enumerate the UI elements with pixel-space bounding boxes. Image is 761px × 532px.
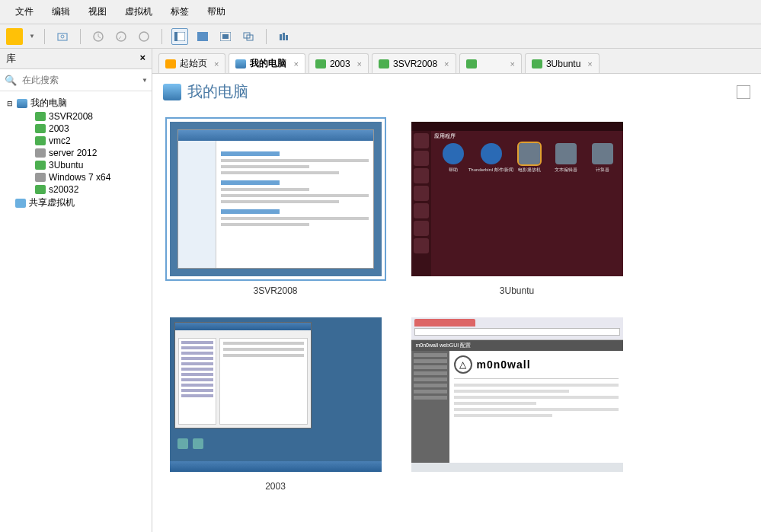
svg-point-1 bbox=[61, 35, 64, 38]
tree-label: server 2012 bbox=[49, 148, 97, 158]
vm-thumbnail: m0n0wall webGUI 配置 △ m0n0wall bbox=[407, 313, 628, 476]
svg-rect-6 bbox=[174, 32, 177, 41]
svg-rect-13 bbox=[283, 33, 285, 40]
tree-label: s20032 bbox=[49, 184, 78, 195]
vm-icon bbox=[35, 136, 46, 145]
svg-rect-12 bbox=[280, 34, 282, 40]
close-icon[interactable]: × bbox=[444, 59, 449, 68]
apps-label: 应用程序 bbox=[434, 132, 456, 140]
share-icon bbox=[15, 199, 26, 208]
tab-home[interactable]: 起始页 × bbox=[158, 53, 225, 73]
fullscreen-button[interactable] bbox=[217, 28, 234, 45]
close-icon[interactable]: × bbox=[293, 59, 298, 68]
reset-button[interactable] bbox=[113, 28, 129, 45]
vm-label: 2003 bbox=[265, 481, 286, 492]
separator bbox=[80, 29, 81, 44]
tree-root-mypc[interactable]: ⊟ 我的电脑 bbox=[6, 96, 145, 110]
tree-vm-2003[interactable]: 2003 bbox=[35, 123, 145, 135]
vm-icon bbox=[35, 185, 46, 194]
unity-button[interactable] bbox=[240, 28, 257, 45]
app-label: 帮助 bbox=[449, 167, 458, 174]
tree-shared-vms[interactable]: 共享虚拟机 bbox=[6, 196, 145, 210]
computer-icon bbox=[17, 99, 27, 108]
vm-icon bbox=[35, 148, 46, 158]
tree-label: 2003 bbox=[49, 123, 69, 134]
svg-rect-0 bbox=[58, 33, 67, 40]
tree-vm-vmc2[interactable]: vmc2 bbox=[35, 135, 145, 147]
view-sidebar-button[interactable] bbox=[171, 28, 188, 45]
library-button[interactable] bbox=[276, 28, 293, 45]
app-label: 计算器 bbox=[596, 167, 609, 174]
separator bbox=[266, 29, 267, 44]
power-button[interactable] bbox=[6, 28, 23, 45]
shutdown-button[interactable] bbox=[136, 28, 152, 45]
tab-label: 3SVR2008 bbox=[393, 59, 437, 69]
power-dropdown[interactable]: ▼ bbox=[29, 33, 35, 40]
content-area: 起始页 × 我的电脑 × 2003 × 3SVR2008 × × bbox=[152, 49, 761, 532]
tree-vm-3svr2008[interactable]: 3SVR2008 bbox=[35, 110, 145, 123]
tab-label: 2003 bbox=[330, 59, 350, 69]
vm-card-monowall[interactable]: m0n0wall webGUI 配置 △ m0n0wall bbox=[404, 313, 629, 492]
search-dropdown[interactable]: ▼ bbox=[142, 77, 148, 84]
svg-rect-14 bbox=[286, 35, 288, 40]
tree-vm-s20032[interactable]: s20032 bbox=[35, 183, 145, 196]
menu-vm[interactable]: 虚拟机 bbox=[116, 3, 161, 21]
computer-icon bbox=[235, 59, 246, 68]
close-icon[interactable]: × bbox=[214, 59, 219, 68]
view-console-button[interactable] bbox=[194, 28, 211, 45]
tree-vm-3ubuntu[interactable]: 3Ubuntu bbox=[35, 159, 145, 171]
vm-icon bbox=[35, 124, 46, 133]
menu-tabs[interactable]: 标签 bbox=[161, 3, 198, 21]
separator bbox=[161, 29, 162, 44]
suspend-button[interactable] bbox=[90, 28, 107, 45]
separator bbox=[44, 29, 45, 44]
tab-mypc[interactable]: 我的电脑 × bbox=[229, 53, 305, 73]
vm-card-3ubuntu[interactable]: 应用程序 帮助 Thunderbird 邮件/新闻 电影播放机 文本编辑器 计算… bbox=[404, 117, 629, 296]
tab-3svr2008[interactable]: 3SVR2008 × bbox=[372, 53, 456, 73]
tab-label: 3Ubuntu bbox=[546, 59, 580, 69]
app-label: 文本编辑器 bbox=[555, 167, 577, 174]
tab-label: 我的电脑 bbox=[250, 58, 286, 68]
tree-label: 共享虚拟机 bbox=[29, 196, 75, 209]
app-label: Thunderbird 邮件/新闻 bbox=[468, 167, 514, 174]
vm-icon bbox=[35, 173, 46, 182]
tab-blank[interactable]: × bbox=[459, 53, 522, 73]
vm-icon bbox=[532, 59, 542, 68]
close-icon[interactable]: × bbox=[510, 59, 515, 68]
search-icon: 🔍 bbox=[5, 75, 17, 86]
vm-card-3svr2008[interactable]: 3SVR2008 bbox=[163, 117, 388, 296]
tree-vm-win7x64[interactable]: Windows 7 x64 bbox=[35, 171, 145, 183]
vm-icon bbox=[35, 112, 46, 121]
vm-thumbnail bbox=[165, 313, 386, 476]
view-options-button[interactable] bbox=[737, 85, 750, 99]
vm-label: 3SVR2008 bbox=[253, 285, 297, 296]
menu-file[interactable]: 文件 bbox=[6, 3, 43, 21]
sidebar-close[interactable]: × bbox=[139, 52, 145, 65]
page-title: 我的电脑 bbox=[187, 81, 248, 102]
tree-vm-server2012[interactable]: server 2012 bbox=[35, 147, 145, 159]
tree-label: vmc2 bbox=[49, 135, 71, 146]
close-icon[interactable]: × bbox=[357, 59, 362, 68]
vm-label: 3Ubuntu bbox=[500, 285, 534, 296]
vm-icon bbox=[35, 161, 46, 170]
tab-3ubuntu[interactable]: 3Ubuntu × bbox=[525, 53, 600, 73]
tab-2003[interactable]: 2003 × bbox=[309, 53, 369, 73]
snapshot-button[interactable] bbox=[54, 28, 71, 45]
menu-view[interactable]: 视图 bbox=[79, 3, 116, 21]
vm-icon bbox=[315, 59, 326, 68]
close-icon[interactable]: × bbox=[587, 59, 592, 68]
menu-help[interactable]: 帮助 bbox=[198, 3, 235, 21]
vm-thumbnail bbox=[165, 117, 386, 281]
search-input[interactable] bbox=[20, 72, 139, 88]
svg-rect-9 bbox=[222, 34, 229, 39]
expand-icon[interactable]: ⊟ bbox=[6, 100, 14, 107]
sidebar-header: 库 × bbox=[0, 49, 152, 69]
vm-card-2003[interactable]: 2003 bbox=[163, 313, 388, 492]
library-tree: ⊟ 我的电脑 3SVR2008 2003 vmc2 server 2012 3U… bbox=[0, 91, 152, 532]
svg-rect-7 bbox=[197, 32, 208, 41]
mono-header: m0n0wall webGUI 配置 bbox=[411, 340, 623, 351]
menu-edit[interactable]: 编辑 bbox=[43, 3, 79, 21]
svg-point-4 bbox=[139, 32, 149, 41]
sidebar: 库 × 🔍 ▼ ⊟ 我的电脑 3SVR2008 2003 vmc2 server… bbox=[0, 49, 152, 532]
toolbar: ▼ bbox=[0, 24, 761, 49]
